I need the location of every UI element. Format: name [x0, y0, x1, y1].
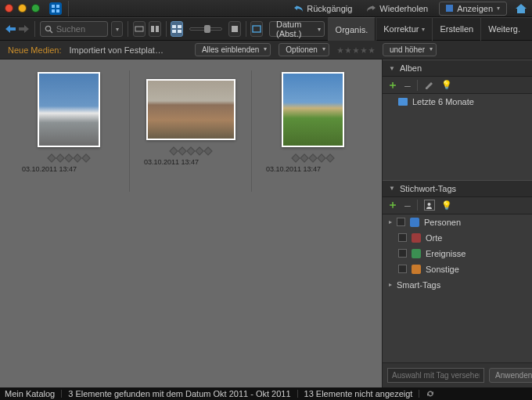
- undo-icon: [293, 4, 304, 13]
- date-label: 03.10.2011 13:47: [266, 165, 321, 173]
- search-field[interactable]: [40, 21, 108, 37]
- slider-thumb[interactable]: [204, 25, 210, 33]
- tag-checkbox[interactable]: [398, 265, 407, 273]
- chevron-down-icon: ▾: [422, 26, 425, 33]
- tags-title: Stichwort-Tags: [400, 184, 456, 193]
- view-single-button[interactable]: [228, 21, 241, 37]
- window-close-button[interactable]: [5, 4, 13, 13]
- disclosure-triangle-icon: ▸: [389, 281, 392, 288]
- svg-rect-11: [172, 30, 176, 33]
- place-tag-icon: [412, 233, 421, 243]
- date-label: 03.10.2011 13:47: [144, 158, 199, 166]
- undo-label: Rückgängig: [307, 4, 352, 13]
- tab-share[interactable]: Weiterg.: [480, 17, 527, 41]
- remove-tag-button[interactable]: –: [404, 199, 411, 211]
- album-item[interactable]: Letzte 6 Monate: [383, 94, 532, 110]
- albums-panel-header[interactable]: ▼ Alben: [383, 59, 532, 77]
- home-icon[interactable]: [515, 2, 527, 15]
- svg-rect-0: [52, 5, 55, 8]
- tag-checkbox[interactable]: [397, 218, 405, 226]
- albums-title: Alben: [400, 63, 422, 73]
- people-recognition-button[interactable]: [424, 200, 435, 211]
- new-media-label: Neue Medien:: [8, 45, 62, 55]
- tab-label: Weiterg.: [488, 24, 520, 34]
- search-options-button[interactable]: ▾: [111, 21, 124, 37]
- hidden-count: 13 Elemente nicht angezeigt: [304, 389, 413, 398]
- thumbnail-image[interactable]: [38, 72, 100, 147]
- event-tag-icon: [412, 249, 421, 258]
- rating-stars[interactable]: [49, 155, 89, 161]
- tag-category-persons[interactable]: ▸ Personen: [383, 214, 532, 230]
- redo-button[interactable]: Wiederholen: [363, 2, 431, 15]
- display-dropdown[interactable]: Anzeigen ▾: [439, 2, 507, 16]
- undo-button[interactable]: Rückgängig: [290, 2, 355, 15]
- tag-label: Smart-Tags: [397, 280, 440, 290]
- sort-dropdown[interactable]: Datum (Abst.): [269, 21, 325, 37]
- view-mode-1-button[interactable]: [133, 21, 146, 37]
- app-icon: [49, 2, 62, 15]
- divider: [246, 21, 246, 37]
- found-count: 3 Elemente gefunden mit dem Datum Okt 20…: [68, 389, 290, 398]
- thumbnail-image[interactable]: [282, 72, 344, 147]
- tips-icon[interactable]: 💡: [441, 80, 452, 90]
- tab-label: Organis.: [336, 25, 368, 34]
- svg-rect-13: [232, 26, 238, 32]
- view-mode-2-button[interactable]: [149, 21, 161, 37]
- options-dropdown[interactable]: Optionen: [279, 43, 329, 56]
- add-tag-button[interactable]: ＋: [387, 198, 398, 212]
- rating-mode-dropdown[interactable]: und höher: [383, 43, 437, 56]
- svg-rect-7: [151, 26, 154, 32]
- svg-rect-1: [56, 5, 59, 8]
- thumbnail-image[interactable]: [146, 79, 235, 140]
- media-item[interactable]: 03.10.2011 13:47: [8, 70, 130, 192]
- rating-stars[interactable]: [293, 155, 333, 161]
- thumbnail-size-slider[interactable]: [189, 27, 222, 31]
- tag-category-other[interactable]: Sonstige: [383, 261, 532, 277]
- rating-stars[interactable]: [171, 148, 211, 154]
- tips-icon[interactable]: 💡: [441, 200, 452, 211]
- tagging-bar: Anwenden: [383, 362, 532, 387]
- date-label: 03.10.2011 13:47: [22, 165, 77, 173]
- window-minimize-button[interactable]: [18, 4, 27, 13]
- tags-panel-header[interactable]: ▼ Stichwort-Tags: [383, 180, 532, 197]
- edit-icon[interactable]: [424, 81, 435, 90]
- add-album-button[interactable]: ＋: [387, 78, 398, 92]
- sync-icon[interactable]: [426, 390, 435, 398]
- view-grid-button[interactable]: [171, 21, 183, 37]
- album-label: Letzte 6 Monate: [412, 97, 474, 106]
- thumbnail-grid: 03.10.2011 13:47 03.10.2011 13:47 03.10.…: [0, 59, 382, 387]
- tag-category-smart[interactable]: ▸ Smart-Tags: [383, 277, 532, 293]
- show-all-dropdown[interactable]: Alles einblenden: [195, 43, 271, 56]
- star-icon: [337, 47, 343, 53]
- chevron-down-icon: ▾: [497, 5, 500, 12]
- divider: [417, 80, 418, 91]
- nav-back-button[interactable]: [5, 22, 16, 36]
- tag-category-places[interactable]: Orte: [383, 230, 532, 246]
- tab-create[interactable]: Erstellen: [432, 17, 480, 41]
- tag-label: Ereignisse: [426, 249, 466, 258]
- remove-album-button[interactable]: –: [404, 79, 411, 92]
- window-zoom-button[interactable]: [31, 4, 40, 13]
- star-icon: [368, 47, 375, 53]
- catalog-name[interactable]: Mein Katalog: [5, 389, 55, 398]
- tag-input[interactable]: [387, 368, 484, 383]
- search-input[interactable]: [56, 24, 103, 34]
- tag-label: Personen: [424, 218, 461, 227]
- nav-forward-button[interactable]: [19, 22, 30, 36]
- search-icon: [45, 25, 53, 34]
- status-bar: Mein Katalog 3 Elemente gefunden mit dem…: [0, 387, 532, 400]
- tag-checkbox[interactable]: [398, 249, 407, 258]
- tag-checkbox[interactable]: [398, 233, 407, 242]
- svg-rect-8: [156, 26, 159, 32]
- apply-tag-button[interactable]: Anwenden: [489, 368, 532, 383]
- tab-organize[interactable]: Organis.: [328, 17, 376, 41]
- media-item[interactable]: 03.10.2011 13:47: [252, 70, 374, 192]
- media-item[interactable]: 03.10.2011 13:47: [130, 70, 252, 192]
- albums-toolbar: ＋ – 💡: [383, 77, 532, 94]
- svg-marker-16: [345, 47, 351, 53]
- tab-fix[interactable]: Korrektur▾: [376, 17, 432, 41]
- rating-filter[interactable]: [337, 47, 375, 53]
- display-swatch-icon: [446, 5, 453, 12]
- tag-category-events[interactable]: Ereignisse: [383, 246, 532, 261]
- fullscreen-button[interactable]: [250, 21, 263, 37]
